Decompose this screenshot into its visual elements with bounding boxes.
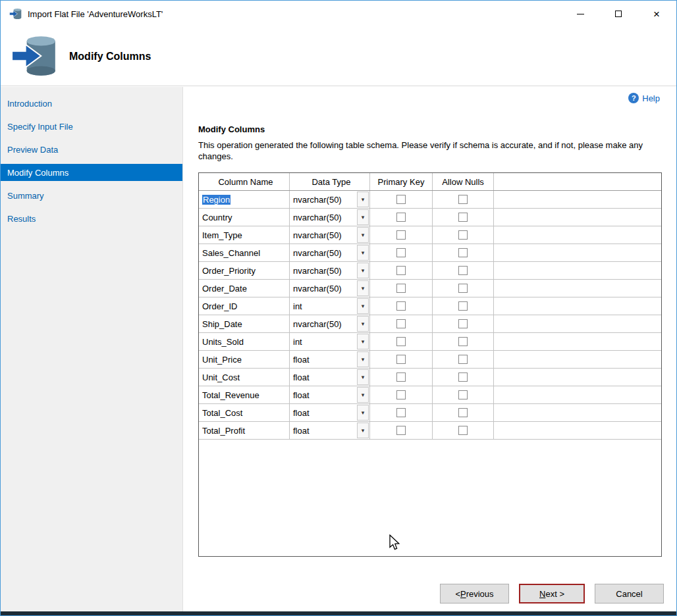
allow-nulls-checkbox[interactable] — [458, 426, 468, 435]
wizard-window: Import Flat File 'AdventureWorksLT' × Mo… — [0, 0, 677, 616]
data-type-cell[interactable]: nvarchar(50) ▾ — [290, 262, 370, 279]
table-header-row: Column Name Data Type Primary Key Allow … — [199, 173, 661, 191]
data-type-cell[interactable]: float ▾ — [290, 404, 370, 421]
sidebar-item-introduction[interactable]: Introduction — [1, 95, 182, 112]
sidebar-item-results[interactable]: Results — [1, 210, 182, 227]
minimize-button[interactable] — [561, 1, 599, 27]
data-type-dropdown-button[interactable]: ▾ — [357, 227, 369, 243]
column-name-cell[interactable]: Unit_Price — [199, 351, 290, 368]
data-type-dropdown-button[interactable]: ▾ — [357, 298, 369, 314]
table-row: Total_Revenue float ▾ — [199, 386, 661, 404]
allow-nulls-checkbox[interactable] — [458, 355, 468, 364]
allow-nulls-checkbox[interactable] — [458, 301, 468, 311]
primary-key-checkbox[interactable] — [396, 319, 406, 328]
primary-key-checkbox[interactable] — [396, 390, 406, 399]
primary-key-checkbox[interactable] — [396, 284, 406, 293]
allow-nulls-checkbox[interactable] — [458, 284, 468, 293]
allow-nulls-checkbox[interactable] — [458, 195, 468, 204]
data-type-dropdown-button[interactable]: ▾ — [357, 334, 369, 349]
column-name-value: Country — [202, 213, 232, 222]
data-type-dropdown-button[interactable]: ▾ — [357, 280, 369, 296]
primary-key-checkbox[interactable] — [396, 426, 406, 435]
data-type-cell[interactable]: float ▾ — [290, 369, 370, 386]
column-name-cell[interactable]: Total_Revenue — [199, 386, 290, 403]
next-button[interactable]: Next > — [519, 584, 585, 603]
data-type-cell[interactable]: nvarchar(50) ▾ — [290, 280, 370, 297]
allow-nulls-checkbox[interactable] — [458, 213, 468, 222]
table-row: Unit_Price float ▾ — [199, 351, 661, 369]
data-type-cell[interactable]: nvarchar(50) ▾ — [290, 226, 370, 244]
column-name-cell[interactable]: Units_Sold — [199, 333, 290, 350]
close-button[interactable]: × — [637, 1, 676, 27]
primary-key-checkbox[interactable] — [396, 337, 406, 346]
allow-nulls-checkbox[interactable] — [458, 266, 468, 275]
allow-nulls-checkbox[interactable] — [458, 248, 468, 257]
primary-key-checkbox[interactable] — [396, 372, 406, 382]
data-type-dropdown-button[interactable]: ▾ — [357, 192, 369, 207]
primary-key-checkbox[interactable] — [396, 213, 406, 222]
column-name-cell[interactable]: Region — [199, 191, 290, 208]
empty-cell — [494, 262, 661, 279]
allow-nulls-checkbox[interactable] — [458, 408, 468, 417]
primary-key-checkbox[interactable] — [396, 355, 406, 364]
data-type-cell[interactable]: int ▾ — [290, 333, 370, 350]
table-header-data-type: Data Type — [290, 173, 370, 190]
data-type-dropdown-button[interactable]: ▾ — [357, 387, 369, 403]
sidebar-item-modify-columns[interactable]: Modify Columns — [1, 164, 182, 181]
table-row: Sales_Channel nvarchar(50) ▾ — [199, 244, 661, 262]
maximize-button[interactable] — [599, 1, 637, 27]
column-name-cell[interactable]: Ship_Date — [199, 315, 290, 332]
data-type-dropdown-button[interactable]: ▾ — [357, 245, 369, 261]
column-name-cell[interactable]: Total_Cost — [199, 404, 290, 421]
table-row: Order_Date nvarchar(50) ▾ — [199, 280, 661, 297]
allow-nulls-checkbox[interactable] — [458, 372, 468, 382]
column-name-cell[interactable]: Total_Profit — [199, 422, 290, 439]
allow-nulls-checkbox[interactable] — [458, 319, 468, 328]
section-title: Modify Columns — [198, 124, 265, 134]
data-type-dropdown-button[interactable]: ▾ — [357, 423, 369, 438]
data-type-dropdown-button[interactable]: ▾ — [357, 369, 369, 385]
data-type-cell[interactable]: int ▾ — [290, 297, 370, 315]
data-type-dropdown-button[interactable]: ▾ — [357, 351, 369, 367]
column-name-cell[interactable]: Order_Date — [199, 280, 290, 297]
column-name-cell[interactable]: Order_Priority — [199, 262, 290, 279]
table-row: Order_Priority nvarchar(50) ▾ — [199, 262, 661, 280]
empty-cell — [494, 315, 661, 332]
primary-key-checkbox[interactable] — [396, 301, 406, 311]
table-row: Units_Sold int ▾ — [199, 333, 661, 351]
chevron-down-icon: ▾ — [362, 303, 365, 309]
column-name-cell[interactable]: Sales_Channel — [199, 244, 290, 261]
help-link[interactable]: ? Help — [628, 93, 660, 103]
table-body: Region nvarchar(50) ▾ Country nvarchar(5… — [199, 191, 661, 440]
column-name-cell[interactable]: Country — [199, 209, 290, 226]
allow-nulls-checkbox[interactable] — [458, 390, 468, 399]
primary-key-checkbox[interactable] — [396, 266, 406, 275]
column-name-cell[interactable]: Order_ID — [199, 297, 290, 315]
allow-nulls-checkbox[interactable] — [458, 337, 468, 346]
sidebar-item-summary[interactable]: Summary — [1, 187, 182, 204]
primary-key-checkbox[interactable] — [396, 408, 406, 417]
data-type-cell[interactable]: float ▾ — [290, 386, 370, 403]
data-type-cell[interactable]: nvarchar(50) ▾ — [290, 315, 370, 332]
data-type-dropdown-button[interactable]: ▾ — [357, 316, 369, 332]
sidebar-item-specify-input-file[interactable]: Specify Input File — [1, 118, 182, 135]
cancel-button[interactable]: Cancel — [595, 584, 664, 603]
empty-cell — [494, 351, 661, 368]
allow-nulls-checkbox[interactable] — [458, 230, 468, 240]
column-name-cell[interactable]: Unit_Cost — [199, 369, 290, 386]
primary-key-checkbox[interactable] — [396, 230, 406, 240]
column-name-cell[interactable]: Item_Type — [199, 226, 290, 244]
data-type-dropdown-button[interactable]: ▾ — [357, 209, 369, 225]
data-type-cell[interactable]: float ▾ — [290, 351, 370, 368]
data-type-cell[interactable]: nvarchar(50) ▾ — [290, 209, 370, 226]
previous-button[interactable]: < Previous — [440, 584, 509, 603]
column-name-value: Total_Revenue — [202, 390, 259, 400]
primary-key-checkbox[interactable] — [396, 248, 406, 257]
data-type-cell[interactable]: nvarchar(50) ▾ — [290, 244, 370, 261]
data-type-dropdown-button[interactable]: ▾ — [357, 405, 369, 421]
data-type-dropdown-button[interactable]: ▾ — [357, 263, 369, 278]
data-type-cell[interactable]: float ▾ — [290, 422, 370, 439]
primary-key-checkbox[interactable] — [396, 195, 406, 204]
sidebar-item-preview-data[interactable]: Preview Data — [1, 141, 182, 158]
data-type-cell[interactable]: nvarchar(50) ▾ — [290, 191, 370, 208]
